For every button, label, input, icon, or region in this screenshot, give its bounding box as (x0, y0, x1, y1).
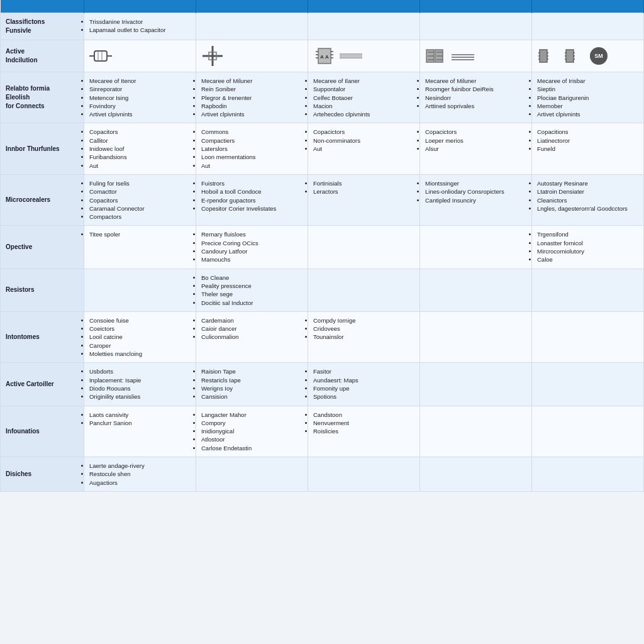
list-item: Lonastter fornicol (537, 239, 638, 247)
list-item: Ltatroin Densiater (537, 187, 638, 196)
list-item: Caramaal Connector (89, 204, 191, 213)
list-item: Laerte andage-rivery (89, 462, 191, 470)
cell-7-col4: Cornpdy IornigeCridoveesTounainslor (308, 311, 419, 362)
list-item: Mecaree of Miluner (201, 77, 303, 85)
review-ic-icon (537, 45, 560, 67)
list-item: Werigns Ioy (201, 384, 303, 392)
list-item: Aut (313, 145, 414, 153)
list-item: Artehecdeo clpivnints (313, 110, 414, 118)
cell-4-col4: FortinisialsLeractors (308, 174, 419, 225)
cell-7-col5 (419, 311, 531, 362)
cell-9-col2: Laots cansivityPanclurr Sanion (84, 406, 196, 457)
svg-text:A: A (325, 54, 329, 60)
list-item: Atlostoor (201, 435, 303, 443)
cell-10-col3 (196, 457, 308, 491)
list-item: Alsur (425, 145, 526, 153)
coil-icon (452, 52, 474, 60)
transformer-icon (425, 45, 448, 67)
list-item: Liatinectoror (537, 136, 638, 145)
list-item: Celfec Botaoer (313, 94, 414, 102)
list-item: Sinreporator (89, 85, 191, 93)
list-item: Precice Coring OCics (201, 239, 303, 247)
row-label: Microcorealers (1, 174, 84, 225)
cell-3-col6: CopacitionsLiatinectororFuneld (531, 123, 643, 174)
list-item: Originility etanislies (89, 392, 191, 401)
list-item: Copacictors (425, 128, 526, 136)
list-item: Trgensifond (537, 230, 638, 238)
list-item: Mernober (537, 102, 638, 110)
list-item: Diodo Roouans (89, 384, 191, 392)
cell-6-col5 (419, 269, 531, 311)
list-item: Mecaree of Ilaner (313, 77, 414, 85)
list-item: Fuistrors (201, 179, 303, 187)
list-item: Compory (201, 419, 303, 427)
component-icons (425, 45, 526, 67)
cell-8-col4: FasitorAundaesrt: MapsFomonity upeSpotio… (308, 363, 419, 406)
table-row: DisichesLaerte andage-riveryRestocule sh… (1, 457, 644, 491)
list-item: Sieptin (537, 85, 638, 93)
row-label: Infounatios (1, 406, 84, 457)
list-item: Macion (313, 102, 414, 110)
cell-10-col4 (308, 457, 419, 491)
table-row: Relabto formia Eleolish for ConnectsMeca… (1, 72, 644, 123)
cell-2-col5: Mecaree of MilunerRoomger fuinibor DeiRe… (419, 72, 531, 123)
cell-3-col4: CopacictorsNon-comminatorsAut (308, 123, 419, 174)
list-item: Commons (201, 128, 303, 136)
list-item: Copacitors (89, 128, 191, 136)
list-item: Augactiors (89, 479, 191, 487)
list-item: Plociae Barigurenin (537, 94, 638, 102)
capacitor-icon (201, 45, 224, 67)
cell-10-col5 (419, 457, 531, 491)
cell-9-col3: Langacter MahorComporyInidionygicalAtlos… (196, 406, 308, 457)
row-label: Disiches (1, 457, 84, 491)
sm-badge: SM (590, 47, 608, 65)
cell-6-col3: Bo CleanePeality presscenceTheler segeDo… (196, 269, 308, 311)
cell-6-col6 (531, 269, 643, 311)
svg-text:A: A (320, 54, 324, 60)
list-item: Autostary Resinare (537, 179, 638, 187)
row-label: Active Cartoiller (1, 363, 84, 406)
list-item: Culiconmalion (201, 333, 303, 341)
review-ic2-icon (564, 45, 586, 67)
cell-1-col6: SM (531, 40, 643, 72)
list-item: Inidowec loof (89, 145, 191, 153)
cell-5-col5 (419, 226, 531, 269)
cell-9-col5 (419, 406, 531, 457)
col-header-passure (1, 0, 84, 13)
component-icons: A A (313, 45, 414, 67)
list-item: Spotions (313, 392, 414, 401)
cell-8-col3: Raision TapeRestaricls IapeWerigns IoyCa… (196, 363, 308, 406)
cell-2-col2: Mecaree of ItenorSinreporatorMetencor Is… (84, 72, 196, 123)
list-item: Fomonity upe (313, 384, 414, 392)
cell-10-col2: Laerte andage-riveryRestocule shenAugact… (84, 457, 196, 491)
list-item: Mircrocomiolutory (537, 247, 638, 255)
cell-9-col4: CandstoonNenvuermentRoislicies (308, 406, 419, 457)
list-item: Leractors (313, 187, 414, 196)
cell-6-col4 (308, 269, 419, 311)
list-item: Lngles, dagesterom'al Goodcctors (537, 204, 638, 213)
cell-1-col3 (196, 40, 308, 72)
cell-4-col5: MiontssingerLines-onliodary Consropicter… (419, 174, 531, 225)
list-item: Usbdorts (89, 367, 191, 375)
cell-4-col6: Autostary ResinareLtatroin DensiaterClea… (531, 174, 643, 225)
row-label: Opective (1, 226, 84, 269)
table-row: Active CartoillerUsbdortsInplacement: Is… (1, 363, 644, 406)
row-label: Active Indcilution (1, 40, 84, 72)
list-item: Restocule shen (89, 470, 191, 478)
list-item: Looil catcine (89, 333, 191, 341)
col-header-difrlon (308, 0, 419, 13)
col-header-mackes (419, 0, 531, 13)
list-item: Suppontalor (313, 85, 414, 93)
row-label: Innbor Thurfunles (1, 123, 84, 174)
cell-2-col3: Mecaree of MilunerRein SoniberPlegror & … (196, 72, 308, 123)
cell-3-col3: CommonsCompactiersLaterslorsLoon merment… (196, 123, 308, 174)
list-item: Inidionygical (201, 427, 303, 435)
list-item: Inplacement: Isapie (89, 376, 191, 384)
list-item: Langacter Mahor (201, 411, 303, 419)
list-item: Trissdanine Irivactor (89, 18, 191, 26)
list-item: Theler sege (201, 290, 303, 298)
list-item: Caioir dancer (201, 325, 303, 333)
list-item: Carlose Endetastin (201, 444, 303, 452)
row-label: Relabto formia Eleolish for Connects (1, 72, 84, 123)
list-item: Metencor Ising (89, 94, 191, 102)
